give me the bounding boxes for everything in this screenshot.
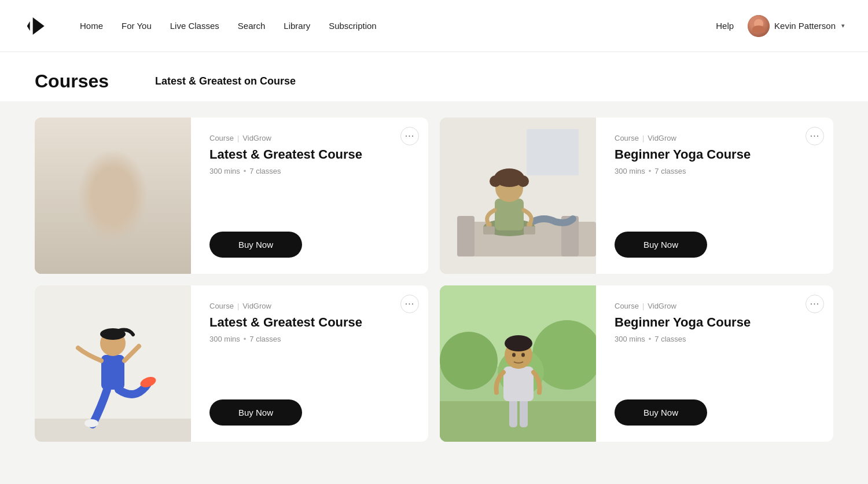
username: Kevin Patterson xyxy=(774,21,836,31)
svg-point-11 xyxy=(142,217,149,224)
course-tag-3: Course | VidGrow xyxy=(209,302,412,310)
course-info-2: Course | VidGrow Beginner Yoga Course 30… xyxy=(596,118,833,274)
svg-point-35 xyxy=(84,419,98,427)
svg-rect-2 xyxy=(41,123,98,216)
course-image-4 xyxy=(440,285,596,442)
svg-point-10 xyxy=(100,217,106,224)
course-card-3: Course | VidGrow Latest & Greatest Cours… xyxy=(35,285,428,442)
svg-rect-46 xyxy=(503,366,534,401)
course-image-2 xyxy=(440,118,596,274)
course-duration-3: 300 mins xyxy=(209,335,240,343)
course-brand-2: VidGrow xyxy=(648,134,676,142)
avatar xyxy=(748,15,770,37)
svg-rect-16 xyxy=(457,216,475,256)
course-type-3: Course xyxy=(209,302,234,310)
tag-separator-2: | xyxy=(642,134,644,142)
course-details-1: 300 mins • 7 classes xyxy=(209,167,412,175)
svg-point-13 xyxy=(127,240,141,247)
course-meta-2: Course | VidGrow Beginner Yoga Course 30… xyxy=(615,134,817,175)
nav-for-you[interactable]: For You xyxy=(122,21,152,31)
nav-library[interactable]: Library xyxy=(284,21,310,31)
course-details-3: 300 mins • 7 classes xyxy=(209,335,412,343)
svg-point-12 xyxy=(108,240,122,247)
buy-button-3[interactable]: Buy Now xyxy=(209,399,302,426)
course-name-3: Latest & Greatest Course xyxy=(209,315,412,330)
course-info-4: Course | VidGrow Beginner Yoga Course 30… xyxy=(596,285,833,442)
svg-rect-20 xyxy=(495,199,524,230)
nav-search[interactable]: Search xyxy=(238,21,266,31)
svg-point-25 xyxy=(497,170,507,181)
svg-rect-5 xyxy=(35,239,191,274)
svg-rect-29 xyxy=(483,226,495,234)
svg-rect-44 xyxy=(509,398,517,427)
nav-links: Home For You Live Classes Search Library… xyxy=(80,21,716,31)
svg-rect-1 xyxy=(35,118,191,233)
main-content: Course | VidGrow Latest & Greatest Cours… xyxy=(0,101,868,484)
course-card-1: Course | VidGrow Latest & Greatest Cours… xyxy=(35,118,428,274)
svg-rect-45 xyxy=(520,398,528,427)
course-brand-4: VidGrow xyxy=(648,302,676,310)
course-info-3: Course | VidGrow Latest & Greatest Cours… xyxy=(191,285,428,442)
svg-rect-32 xyxy=(35,419,191,442)
buy-button-1[interactable]: Buy Now xyxy=(209,232,302,258)
nav-right: Help Kevin Patterson ▾ xyxy=(716,15,845,37)
course-type-2: Course xyxy=(615,134,639,142)
course-name-4: Beginner Yoga Course xyxy=(615,315,817,330)
svg-point-49 xyxy=(512,353,516,357)
buy-button-4[interactable]: Buy Now xyxy=(615,399,707,426)
tag-separator-3: | xyxy=(237,302,239,310)
svg-point-8 xyxy=(112,177,137,203)
nav-live-classes[interactable]: Live Classes xyxy=(170,21,219,31)
buy-button-2[interactable]: Buy Now xyxy=(615,232,707,258)
course-classes-3: 7 classes xyxy=(249,335,281,343)
more-options-button-1[interactable]: ··· xyxy=(400,127,419,145)
logo[interactable] xyxy=(23,12,52,41)
svg-point-48 xyxy=(505,335,532,351)
svg-rect-43 xyxy=(440,401,596,442)
course-brand-1: VidGrow xyxy=(242,134,271,142)
course-name-1: Latest & Greatest Course xyxy=(209,147,412,162)
dot-icon-1: • xyxy=(244,167,247,175)
course-tag-2: Course | VidGrow xyxy=(615,134,817,142)
course-type-4: Course xyxy=(615,302,639,310)
page-header: Courses Latest & Greatest on Course xyxy=(0,52,868,101)
course-classes-4: 7 classes xyxy=(654,335,686,343)
nav-subscription[interactable]: Subscription xyxy=(329,21,377,31)
course-name-2: Beginner Yoga Course xyxy=(615,147,817,162)
svg-point-37 xyxy=(100,328,126,340)
course-duration-1: 300 mins xyxy=(209,167,240,175)
course-card-2: Course | VidGrow Beginner Yoga Course 30… xyxy=(440,118,833,274)
tag-separator-1: | xyxy=(237,134,239,142)
svg-point-50 xyxy=(521,353,525,357)
svg-rect-18 xyxy=(527,129,579,175)
course-type-1: Course xyxy=(209,134,234,142)
chevron-down-icon: ▾ xyxy=(841,22,845,30)
course-classes-1: 7 classes xyxy=(249,167,281,175)
svg-rect-7 xyxy=(110,199,139,230)
navigation: Home For You Live Classes Search Library… xyxy=(0,0,868,52)
nav-home[interactable]: Home xyxy=(80,21,103,31)
course-duration-2: 300 mins xyxy=(615,167,645,175)
course-classes-2: 7 classes xyxy=(654,167,686,175)
svg-rect-0 xyxy=(35,118,191,274)
svg-rect-33 xyxy=(101,355,124,390)
nav-help-link[interactable]: Help xyxy=(716,21,734,31)
more-options-button-3[interactable]: ··· xyxy=(400,295,419,313)
course-tag-4: Course | VidGrow xyxy=(615,302,817,310)
svg-point-6 xyxy=(104,219,145,236)
svg-rect-30 xyxy=(524,226,535,234)
course-brand-3: VidGrow xyxy=(242,302,271,310)
dot-icon-2: • xyxy=(649,167,652,175)
more-options-button-4[interactable]: ··· xyxy=(806,295,824,313)
dot-icon-3: • xyxy=(244,335,247,343)
course-meta-4: Course | VidGrow Beginner Yoga Course 30… xyxy=(615,302,817,343)
tag-separator-4: | xyxy=(642,302,644,310)
section-title: Latest & Greatest on Course xyxy=(155,71,296,87)
user-menu[interactable]: Kevin Patterson ▾ xyxy=(748,15,845,37)
course-details-4: 300 mins • 7 classes xyxy=(615,335,817,343)
course-details-2: 300 mins • 7 classes xyxy=(615,167,817,175)
course-image-1 xyxy=(35,118,191,274)
more-options-button-2[interactable]: ··· xyxy=(806,127,824,145)
courses-grid: Course | VidGrow Latest & Greatest Cours… xyxy=(35,118,833,442)
course-card-4: Course | VidGrow Beginner Yoga Course 30… xyxy=(440,285,833,442)
